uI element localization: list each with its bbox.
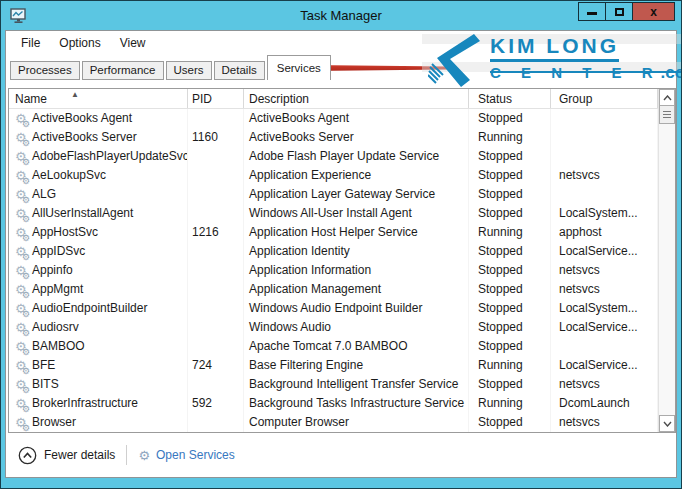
open-services-link[interactable]: ⚙ Open Services: [138, 448, 234, 463]
cell-description: Background Tasks Infrastructure Service: [244, 394, 469, 413]
column-header-name[interactable]: Name▲: [9, 89, 188, 108]
table-row[interactable]: ⚙⚙AllUserInstallAgentWindows All-User In…: [9, 204, 658, 223]
cell-pid: [188, 299, 244, 318]
cell-status: Stopped: [469, 413, 551, 432]
cell-group: netsvcs: [551, 166, 658, 185]
table-row[interactable]: ⚙⚙ActiveBooks Server1160ActiveBooks Serv…: [9, 128, 658, 147]
cell-description: ActiveBooks Agent: [244, 109, 469, 128]
cell-description: ActiveBooks Server: [244, 128, 469, 147]
table-row[interactable]: ⚙⚙BITSBackground Intelligent Transfer Se…: [9, 375, 658, 394]
tab-processes[interactable]: Processes: [10, 61, 80, 80]
column-header-status[interactable]: Status: [469, 89, 551, 108]
column-header-label: Status: [478, 92, 512, 106]
cell-description: Application Management: [244, 280, 469, 299]
cell-status: Stopped: [469, 185, 551, 204]
table-row[interactable]: ⚙⚙BrokerInfrastructure592Background Task…: [9, 394, 658, 413]
service-name: ALG: [32, 185, 56, 204]
cell-description: Application Layer Gateway Service: [244, 185, 469, 204]
service-gear-icon: ⚙⚙: [15, 320, 32, 336]
service-gear-icon: ⚙⚙: [15, 225, 32, 241]
cell-description: Background Intelligent Transfer Service: [244, 375, 469, 394]
task-manager-window: Task Manager x FileOptionsView Processes…: [0, 0, 682, 489]
column-header-description[interactable]: Description: [244, 89, 469, 108]
cell-name: ⚙⚙AppIDSvc: [9, 242, 188, 261]
cell-description: Windows Audio Endpoint Builder: [244, 299, 469, 318]
tab-details[interactable]: Details: [214, 61, 265, 80]
watermark-chevron-icon: [428, 34, 486, 92]
cell-status: Stopped: [469, 261, 551, 280]
table-row[interactable]: ⚙⚙BFE724Base Filtering EngineRunningLoca…: [9, 356, 658, 375]
cell-pid: [188, 204, 244, 223]
table-row[interactable]: ⚙⚙AdobeFlashPlayerUpdateSvcAdobe Flash P…: [9, 147, 658, 166]
close-button[interactable]: x: [632, 2, 675, 21]
cell-description: Base Filtering Engine: [244, 356, 469, 375]
cell-name: ⚙⚙BITS: [9, 375, 188, 394]
cell-group: [551, 337, 658, 356]
service-gear-icon: ⚙⚙: [15, 358, 32, 374]
table-row[interactable]: ⚙⚙AudiosrvWindows AudioStoppedLocalServi…: [9, 318, 658, 337]
service-gear-icon: ⚙⚙: [15, 339, 32, 355]
cell-name: ⚙⚙ALG: [9, 185, 188, 204]
tab-users[interactable]: Users: [166, 61, 212, 80]
table-row[interactable]: ⚙⚙ActiveBooks AgentActiveBooks AgentStop…: [9, 109, 658, 128]
maximize-icon: [615, 8, 624, 16]
cell-status: Stopped: [469, 375, 551, 394]
cell-status: Stopped: [469, 109, 551, 128]
cell-name: ⚙⚙AppHostSvc: [9, 223, 188, 242]
cell-pid: 724: [188, 356, 244, 375]
cell-description: Windows All-User Install Agent: [244, 204, 469, 223]
fewer-details-button[interactable]: Fewer details: [18, 446, 115, 465]
tab-performance[interactable]: Performance: [82, 61, 164, 80]
footer-separator: [126, 445, 127, 465]
service-gear-icon: ⚙⚙: [15, 111, 32, 127]
table-row[interactable]: ⚙⚙AppHostSvc1216Application Host Helper …: [9, 223, 658, 242]
cell-description: Application Information: [244, 261, 469, 280]
maximize-button[interactable]: [605, 2, 633, 21]
cell-description: Windows Audio: [244, 318, 469, 337]
cell-name: ⚙⚙BrokerInfrastructure: [9, 394, 188, 413]
column-header-group[interactable]: Group: [551, 89, 658, 108]
window-controls: x: [579, 2, 675, 21]
column-header-pid[interactable]: PID: [188, 89, 244, 108]
cell-description: Computer Browser: [244, 413, 469, 432]
window-content: FileOptionsView ProcessesPerformanceUser…: [5, 30, 677, 478]
cell-group: LocalService...: [551, 318, 658, 337]
chevron-down-icon: [663, 421, 672, 427]
table-row[interactable]: ⚙⚙BAMBOOApache Tomcat 7.0 BAMBOOStopped: [9, 337, 658, 356]
service-name: ActiveBooks Server: [32, 128, 137, 147]
table-row[interactable]: ⚙⚙AppinfoApplication InformationStoppedn…: [9, 261, 658, 280]
table-row[interactable]: ⚙⚙AeLookupSvcApplication ExperienceStopp…: [9, 166, 658, 185]
table-row[interactable]: ⚙⚙AppIDSvcApplication IdentityStoppedLoc…: [9, 242, 658, 261]
cell-status: Stopped: [469, 337, 551, 356]
service-gear-icon: ⚙⚙: [15, 206, 32, 222]
cell-group: LocalService...: [551, 242, 658, 261]
titlebar[interactable]: Task Manager x: [1, 1, 681, 30]
cell-pid: [188, 166, 244, 185]
table-row[interactable]: ⚙⚙BrowserComputer BrowserStoppednetsvcs: [9, 413, 658, 432]
service-gear-icon: ⚙⚙: [15, 130, 32, 146]
service-gear-icon: ⚙⚙: [15, 168, 32, 184]
table-row[interactable]: ⚙⚙AudioEndpointBuilderWindows Audio Endp…: [9, 299, 658, 318]
cell-pid: [188, 413, 244, 432]
service-name: AdobeFlashPlayerUpdateSvc: [32, 147, 188, 166]
minimize-button[interactable]: [578, 2, 606, 21]
kimlong-watermark: KIM LONG C E N T E R.com: [428, 32, 676, 88]
vertical-scrollbar[interactable]: [658, 89, 675, 432]
cell-name: ⚙⚙Audiosrv: [9, 318, 188, 337]
service-gear-icon: ⚙⚙: [15, 396, 32, 412]
scrollbar-thumb[interactable]: [659, 105, 675, 124]
service-name: ActiveBooks Agent: [32, 109, 132, 128]
menu-item-file[interactable]: File: [14, 33, 47, 53]
scrollbar-down-button[interactable]: [659, 415, 675, 432]
footer-bar: Fewer details ⚙ Open Services: [6, 433, 676, 477]
menu-item-options[interactable]: Options: [52, 33, 107, 53]
scrollbar-up-button[interactable]: [659, 89, 675, 106]
table-row[interactable]: ⚙⚙ALGApplication Layer Gateway ServiceSt…: [9, 185, 658, 204]
menu-item-view[interactable]: View: [113, 33, 153, 53]
tab-services[interactable]: Services: [267, 55, 331, 80]
table-row[interactable]: ⚙⚙AppMgmtApplication ManagementStoppedne…: [9, 280, 658, 299]
service-name: BrokerInfrastructure: [32, 394, 138, 413]
cell-status: Stopped: [469, 204, 551, 223]
cell-pid: 1216: [188, 223, 244, 242]
cell-pid: [188, 185, 244, 204]
